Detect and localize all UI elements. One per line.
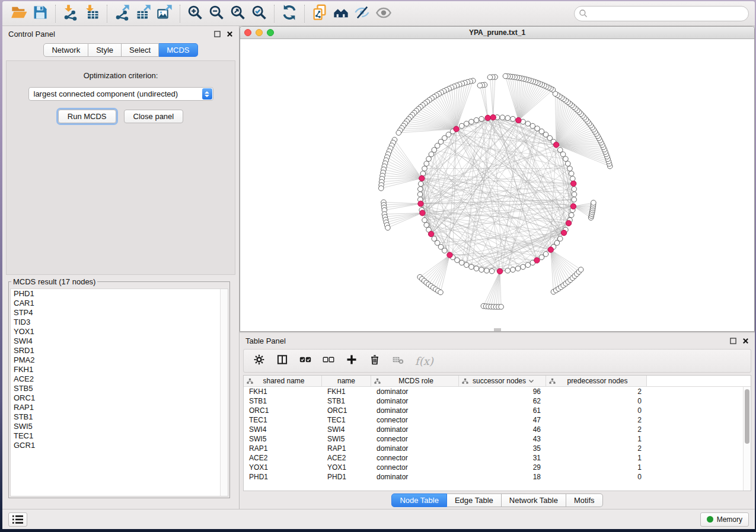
table-settings-button[interactable] xyxy=(253,354,265,368)
table-tab-node-table[interactable]: Node Table xyxy=(391,493,447,507)
cell-name[interactable]: SWI4 xyxy=(322,425,371,434)
mcds-result-item[interactable]: CAR1 xyxy=(11,299,228,308)
mcds-result-item[interactable]: ACE2 xyxy=(11,374,228,384)
table-row[interactable]: YOX1YOX1connector291 xyxy=(244,463,751,472)
column-header-name[interactable]: name xyxy=(322,376,371,386)
export-image-button[interactable] xyxy=(154,4,176,24)
cell-predecessor-nodes[interactable]: 1 xyxy=(546,463,647,472)
cell-mcds-role[interactable]: connector xyxy=(371,434,459,444)
mcds-result-list[interactable]: PHD1CAR1STP4TID3YOX1SWI4SRD1PMA2FKH1ACE2… xyxy=(10,289,228,496)
zoom-selected-button[interactable] xyxy=(248,4,270,24)
create-column-button[interactable] xyxy=(346,354,358,368)
column-header-predecessor-nodes[interactable]: predecessor nodes xyxy=(546,376,647,386)
apply-preferred-layout-button[interactable] xyxy=(279,4,300,24)
mcds-result-item[interactable]: STB1 xyxy=(11,412,228,422)
cell-mcds-role[interactable]: connector xyxy=(371,453,459,463)
close-panel-icon[interactable] xyxy=(227,31,233,37)
cell-mcds-role[interactable]: dominator xyxy=(371,472,459,482)
table-row[interactable]: SWI4SWI4dominator462 xyxy=(244,425,751,434)
cell-successor-nodes[interactable]: 29 xyxy=(459,463,546,472)
window-minimize-button[interactable] xyxy=(256,29,263,36)
cell-name[interactable]: FKH1 xyxy=(322,387,371,396)
save-session-button[interactable] xyxy=(30,4,51,24)
network-window-titlebar[interactable]: YPA_prune.txt_1 xyxy=(240,27,754,39)
table-row[interactable]: SWI5SWI5connector431 xyxy=(244,434,751,444)
mcds-result-item[interactable]: SRD1 xyxy=(11,346,228,355)
cell-successor-nodes[interactable]: 31 xyxy=(459,453,546,463)
cell-shared-name[interactable]: STB1 xyxy=(244,396,322,406)
cell-name[interactable]: ORC1 xyxy=(322,406,371,415)
cell-mcds-role[interactable]: dominator xyxy=(371,406,459,415)
cell-predecessor-nodes[interactable]: 0 xyxy=(546,406,647,415)
deselect-all-button[interactable] xyxy=(323,354,334,368)
table-row[interactable]: TEC1TEC1connector472 xyxy=(244,415,751,425)
zoom-out-button[interactable] xyxy=(206,4,227,24)
export-network-button[interactable] xyxy=(111,4,133,24)
cell-successor-nodes[interactable]: 35 xyxy=(459,444,546,453)
cell-mcds-role[interactable]: dominator xyxy=(371,425,459,434)
cell-successor-nodes[interactable]: 46 xyxy=(459,425,546,434)
cell-mcds-role[interactable]: dominator xyxy=(371,396,459,406)
tab-select[interactable]: Select xyxy=(122,43,159,57)
clone-network-button[interactable] xyxy=(309,4,330,24)
mcds-result-item[interactable]: TID3 xyxy=(11,318,228,327)
table-tab-motifs[interactable]: Motifs xyxy=(566,493,603,507)
cell-successor-nodes[interactable]: 62 xyxy=(459,396,546,406)
cell-shared-name[interactable]: SWI5 xyxy=(244,434,322,444)
mcds-result-item[interactable]: ORC1 xyxy=(11,393,228,403)
cell-successor-nodes[interactable]: 61 xyxy=(459,406,546,415)
float-panel-icon[interactable] xyxy=(214,31,221,37)
cell-name[interactable]: YOX1 xyxy=(322,463,371,472)
tab-network[interactable]: Network xyxy=(43,43,88,57)
mcds-result-item[interactable]: PMA2 xyxy=(11,355,228,365)
split-pane-handle[interactable] xyxy=(494,328,501,331)
show-columns-button[interactable] xyxy=(276,354,288,368)
run-mcds-button[interactable]: Run MCDS xyxy=(58,110,116,123)
cell-mcds-role[interactable]: connector xyxy=(371,415,459,425)
cell-successor-nodes[interactable]: 96 xyxy=(459,387,546,396)
column-header-successor-nodes[interactable]: successor nodes xyxy=(459,376,546,386)
window-zoom-button[interactable] xyxy=(267,29,274,36)
cell-shared-name[interactable]: YOX1 xyxy=(244,463,322,472)
cell-shared-name[interactable]: RAP1 xyxy=(244,444,322,453)
memory-button[interactable]: Memory xyxy=(700,512,749,527)
zoom-fit-button[interactable] xyxy=(227,4,248,24)
cell-predecessor-nodes[interactable]: 2 xyxy=(546,387,647,396)
network-canvas[interactable] xyxy=(240,39,754,331)
mcds-result-item[interactable]: SWI5 xyxy=(11,422,228,431)
hide-selected-button[interactable] xyxy=(352,4,373,24)
delete-columns-button[interactable] xyxy=(369,354,381,368)
mcds-result-item[interactable]: TEC1 xyxy=(11,431,228,441)
show-all-button[interactable] xyxy=(373,4,394,24)
table-tab-network-table[interactable]: Network Table xyxy=(502,493,566,507)
import-table-button[interactable] xyxy=(81,4,103,24)
open-file-button[interactable] xyxy=(8,4,30,24)
scrollbar-thumb[interactable] xyxy=(745,389,749,444)
tab-mcds[interactable]: MCDS xyxy=(159,43,197,57)
select-all-button[interactable] xyxy=(299,354,311,368)
mcds-result-item[interactable]: STB5 xyxy=(11,384,228,393)
cell-name[interactable]: SWI5 xyxy=(322,434,371,444)
table-row[interactable]: ORC1ORC1dominator610 xyxy=(244,406,751,415)
cell-name[interactable]: STB1 xyxy=(322,396,371,406)
mcds-result-item[interactable]: RAP1 xyxy=(11,403,228,412)
cell-name[interactable]: ACE2 xyxy=(322,453,371,463)
criterion-select[interactable]: largest connected component (undirected) xyxy=(28,87,213,101)
cell-shared-name[interactable]: FKH1 xyxy=(244,387,322,396)
first-neighbors-button[interactable] xyxy=(330,4,352,24)
mcds-result-item[interactable]: GCR1 xyxy=(11,441,228,450)
table-scrollbar[interactable] xyxy=(743,387,751,491)
zoom-in-button[interactable] xyxy=(184,4,206,24)
cell-predecessor-nodes[interactable]: 1 xyxy=(546,453,647,463)
cell-mcds-role[interactable]: dominator xyxy=(371,387,459,396)
task-history-button[interactable] xyxy=(8,512,27,527)
mcds-result-item[interactable]: PHD1 xyxy=(11,289,228,299)
window-close-button[interactable] xyxy=(244,29,251,36)
search-input[interactable] xyxy=(574,6,749,21)
table-row[interactable]: ACE2ACE2connector311 xyxy=(244,453,751,463)
float-panel-icon[interactable] xyxy=(730,338,736,344)
cell-name[interactable]: PHD1 xyxy=(322,472,371,482)
column-header-shared-name[interactable]: shared name xyxy=(244,376,322,386)
column-header-mcds-role[interactable]: MCDS role xyxy=(371,376,459,386)
mcds-result-item[interactable]: STP4 xyxy=(11,308,228,318)
